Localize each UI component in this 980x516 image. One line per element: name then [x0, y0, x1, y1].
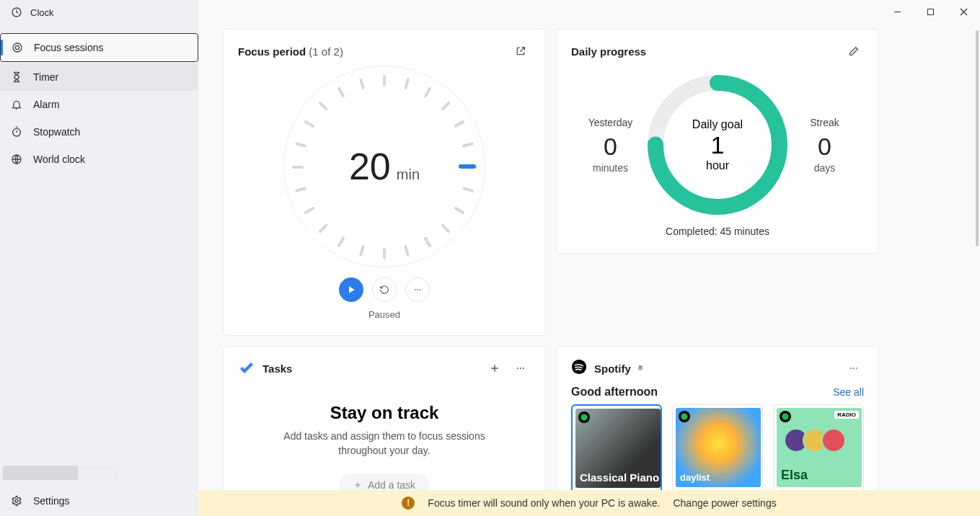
spotify-greeting: Good afternoon [571, 386, 658, 399]
change-power-settings-link[interactable]: Change power settings [673, 497, 776, 509]
focus-status: Paused [238, 309, 531, 320]
svg-point-20 [782, 413, 788, 419]
window-controls [880, 0, 980, 23]
nav-stopwatch[interactable]: Stopwatch [0, 118, 198, 146]
stat-streak: Streak 0 days [790, 117, 860, 174]
focus-period-counter: (1 of 2) [309, 45, 343, 58]
svg-point-16 [853, 368, 855, 369]
tasks-title: Tasks [262, 362, 292, 375]
svg-point-12 [520, 368, 521, 369]
focus-minutes: 20 [349, 145, 391, 188]
focus-dial[interactable]: /* ticks generated below */ 20 min [283, 66, 485, 267]
banner-text: Focus timer will sound only when your PC… [428, 497, 660, 509]
add-task-label: Add a task [368, 479, 415, 491]
goal-unit: hour [706, 159, 729, 172]
notification-banner: ! Focus timer will sound only when your … [198, 490, 980, 516]
settings-label: Settings [33, 495, 70, 507]
reset-button[interactable] [372, 277, 397, 302]
spotify-badge-icon [578, 412, 590, 423]
radio-badge: RADIO [834, 411, 859, 419]
tasks-icon [238, 360, 255, 377]
nav-label: Focus sessions [34, 42, 103, 53]
focus-unit: min [397, 166, 420, 183]
tasks-heading: Stay on track [260, 403, 509, 423]
scrollbar[interactable] [976, 30, 979, 246]
nav-settings[interactable]: Settings [0, 486, 198, 516]
daily-progress-card: Daily progress Yesterday 0 minutes [556, 29, 879, 254]
svg-point-5 [15, 499, 18, 502]
content: Focus period (1 of 2) /* ticks generated… [198, 0, 980, 516]
tasks-desc: Add tasks and assign them to focus sessi… [260, 429, 509, 458]
spotify-badge-icon [780, 411, 791, 422]
nav-label: Alarm [33, 99, 60, 110]
play-button[interactable] [339, 277, 363, 302]
nav-label: Stopwatch [33, 126, 80, 138]
spotify-brand: Spotify [594, 362, 631, 375]
clock-icon [10, 6, 23, 19]
tasks-more-button[interactable] [511, 358, 531, 378]
completed-text: Completed: 45 minutes [571, 226, 864, 237]
loading-placeholder [3, 466, 118, 480]
art-title: daylist [680, 472, 710, 483]
nav-focus-sessions[interactable]: Focus sessions [0, 33, 198, 62]
art-title: Classical Piano [580, 472, 659, 484]
svg-point-7 [417, 289, 418, 290]
nav-world-clock[interactable]: World clock [0, 146, 198, 173]
svg-point-2 [15, 45, 19, 49]
app-title: Clock [30, 7, 54, 18]
add-task-button[interactable] [485, 358, 505, 378]
pop-out-button[interactable] [511, 41, 531, 61]
gear-icon [10, 494, 23, 507]
svg-point-6 [415, 289, 416, 290]
nav-alarm[interactable]: Alarm [0, 91, 198, 118]
nav-label: World clock [33, 154, 85, 165]
goal-value: 1 [711, 131, 725, 159]
globe-icon [10, 153, 23, 166]
stat-yesterday: Yesterday 0 minutes [575, 117, 645, 174]
close-button[interactable] [947, 0, 980, 23]
focus-period-card: Focus period (1 of 2) /* ticks generated… [223, 29, 546, 336]
edit-button[interactable] [844, 41, 864, 61]
svg-point-18 [581, 414, 587, 420]
spotify-icon [571, 359, 587, 378]
more-button[interactable] [405, 277, 430, 302]
art-title: Elsa [781, 468, 808, 483]
sidebar: Clock Focus sessions Timer Alarm [0, 0, 198, 516]
maximize-button[interactable] [914, 0, 947, 23]
warning-icon: ! [402, 497, 415, 510]
tasks-card: Tasks Stay on track Add tasks and assign… [223, 346, 546, 513]
svg-point-1 [13, 43, 22, 52]
app-title-row: Clock [0, 0, 198, 25]
focus-period-title: Focus period (1 of 2) [238, 45, 343, 58]
stopwatch-icon [10, 125, 23, 138]
svg-rect-21 [927, 9, 933, 14]
daily-progress-title: Daily progress [571, 45, 646, 58]
see-all-link[interactable]: See all [833, 386, 864, 398]
bell-icon [10, 98, 23, 111]
svg-point-13 [523, 368, 524, 369]
nav: Focus sessions Timer Alarm Stopwatch [0, 32, 198, 173]
spotify-badge-icon [679, 411, 690, 422]
hourglass-icon [10, 71, 23, 84]
progress-ring: Daily goal 1 hour [645, 73, 790, 217]
spotify-more-button[interactable] [844, 358, 864, 378]
goal-label: Daily goal [692, 118, 743, 131]
svg-point-19 [681, 413, 687, 419]
nav-label: Timer [33, 71, 58, 83]
svg-point-8 [420, 289, 421, 290]
svg-point-17 [856, 368, 857, 369]
target-icon [11, 41, 24, 54]
svg-point-15 [850, 368, 852, 369]
svg-point-11 [517, 368, 518, 369]
nav-timer[interactable]: Timer [0, 63, 198, 91]
minimize-button[interactable] [880, 0, 914, 23]
